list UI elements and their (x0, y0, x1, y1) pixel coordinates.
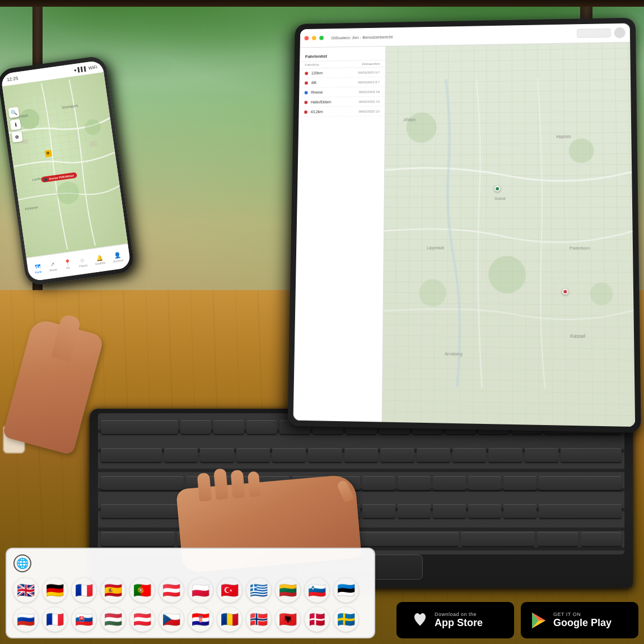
phone-nav-search[interactable]: 🔍 (8, 107, 19, 118)
key-enter (561, 448, 622, 463)
key-r (272, 448, 306, 463)
flag-spain: 🇪🇸 (101, 578, 125, 603)
svg-text:Ahlen: Ahlen (403, 117, 416, 123)
google-play-text: GET IT ON Google Play (553, 612, 612, 629)
svg-text:Kickener: Kickener (25, 206, 38, 211)
svg-rect-20 (89, 141, 97, 147)
phone-tab-route[interactable]: ↗ Route (48, 261, 57, 272)
app-store-sub: Download on the (435, 612, 483, 617)
svg-point-1 (569, 138, 594, 163)
key-h (362, 476, 395, 491)
key-arrow-l (537, 532, 578, 547)
key-k (433, 476, 466, 491)
key-row-2 (101, 442, 622, 468)
tablet-sidebar-rows: 120km 09/03/2023 9:7 4tft 09/03/2023 8:7… (298, 67, 385, 117)
key-escape (101, 420, 178, 435)
flag-slovenia: 🇸🇮 (305, 578, 329, 603)
key-3 (246, 420, 277, 435)
main-container: GlSusiecc Jon - Benutzerbericht Fahrtenl… (0, 0, 644, 644)
app-store-main: App Store (435, 617, 483, 629)
key-tab (101, 448, 162, 463)
google-play-sub: GET IT ON (553, 612, 612, 617)
phone-tab-karte[interactable]: 🗺 Karte (34, 263, 42, 274)
tablet-app: GlSusiecc Jon - Benutzerbericht Fahrtenl… (293, 23, 636, 427)
flag-france: 🇫🇷 (72, 578, 96, 603)
phone-tab-ort[interactable]: 📍 Ort (63, 259, 71, 269)
key-y (344, 448, 378, 463)
tablet-sidebar-row[interactable]: 43,2km 09/02/2023 13 (298, 106, 385, 117)
key-semicolon (503, 476, 536, 491)
key-o (452, 448, 486, 463)
globe-icon: 🌐 (13, 554, 31, 572)
flag-austria: 🇦🇹 (159, 578, 184, 603)
flag-france2: 🇫🇷 (43, 607, 67, 632)
flag-albania: 🇦🇱 (276, 607, 300, 632)
key-option-r (461, 532, 535, 547)
google-play-main: Google Play (553, 617, 612, 629)
flags-row-2: 🇷🇺🇫🇷🇸🇰🇭🇺🇦🇹🇨🇿🇭🇷🇷🇴🇳🇴🇦🇱🇩🇰🇸🇪 (13, 607, 367, 632)
header-dot-minimize[interactable] (312, 36, 316, 40)
phone-tab-places[interactable]: ☆ Places (78, 256, 87, 268)
phone-nav-layer[interactable]: ⊕ (12, 131, 23, 142)
key-w (200, 448, 234, 463)
svg-point-3 (419, 279, 446, 306)
tablet-map: Ahlen Hamm Soest Lippstadt Paderborn Kas… (382, 43, 636, 427)
flags-header: 🌐 (13, 554, 367, 572)
flag-lithuania: 🇱🇹 (276, 578, 300, 603)
flag-uk: 🇬🇧 (13, 578, 38, 603)
key-u (380, 448, 414, 463)
svg-point-13 (84, 118, 102, 136)
tablet-header-search[interactable] (577, 29, 610, 38)
tablet-sidebar-row[interactable]: Hallo/Eidam 09/02/2023 13 (299, 97, 385, 108)
key-i (417, 448, 450, 463)
tablet-sidebar-row[interactable]: Rheine 09/02/2023 18 (299, 87, 385, 97)
app-store-button[interactable]: Download on the App Store (396, 602, 514, 638)
flag-denmark: 🇩🇰 (305, 607, 329, 632)
finger-2 (213, 468, 228, 500)
svg-point-14 (55, 180, 81, 206)
key-j (398, 476, 431, 491)
phone-tab-account[interactable]: 👤 Account (112, 251, 123, 263)
phone-nav-info[interactable]: ℹ (10, 119, 21, 130)
tablet-device: GlSusiecc Jon - Benutzerbericht Fahrtenl… (288, 18, 641, 433)
flag-czech: 🇨🇿 (159, 607, 184, 632)
tablet-sidebar-row[interactable]: 4tft 09/03/2023 8:7 (299, 77, 385, 88)
finger-4 (248, 471, 261, 497)
header-dot-maximize[interactable] (319, 36, 324, 40)
phone-tab-eindhbn[interactable]: 🔔 Eindhbn (94, 254, 106, 265)
key-slash (503, 504, 536, 519)
flag-greece: 🇬🇷 (246, 578, 271, 603)
header-dot-close[interactable] (305, 36, 309, 40)
google-play-button[interactable]: GET IT ON Google Play (521, 602, 638, 638)
phone-time: 12:25 (7, 76, 18, 82)
svg-point-2 (488, 256, 526, 293)
flag-croatia: 🇭🇷 (188, 607, 213, 632)
flags-section: 🌐 🇬🇧🇩🇪🇫🇷🇪🇸🇵🇹🇦🇹🇵🇱🇹🇷🇬🇷🇱🇹🇸🇮🇪🇪 🇷🇺🇫🇷🇸🇰🇭🇺🇦🇹🇨🇿🇭… (6, 548, 375, 638)
tablet-user-avatar (614, 27, 626, 38)
tablet-body: Fahrtenlist Fahrt/Kno Zeitraum/km 120km … (293, 43, 636, 427)
map-pin-red (562, 288, 568, 294)
app-store-text: Download on the App Store (435, 612, 483, 629)
svg-text:Lippstadt: Lippstadt (427, 245, 445, 250)
flag-romania: 🇷🇴 (217, 607, 242, 632)
key-n (362, 504, 395, 519)
key-m (398, 504, 431, 519)
key-bracket (525, 448, 558, 463)
key-ctrl (101, 532, 175, 547)
svg-text:Hamm: Hamm (556, 134, 571, 139)
svg-text:Strandpark: Strandpark (62, 104, 79, 109)
phone-map-roads-svg: Innenstadt Strandpark Lauferbere Kickene… (2, 72, 128, 258)
svg-point-4 (590, 282, 613, 305)
flag-norway: 🇳🇴 (246, 607, 271, 632)
key-enter2 (539, 476, 622, 491)
key-shift-l (101, 504, 184, 519)
finger-1 (197, 473, 212, 502)
flag-turkey: 🇹🇷 (217, 578, 242, 603)
key-l (468, 476, 501, 491)
key-t (308, 448, 342, 463)
flags-row-1: 🇬🇧🇩🇪🇫🇷🇪🇸🇵🇹🇦🇹🇵🇱🇹🇷🇬🇷🇱🇹🇸🇮🇪🇪 (13, 578, 367, 603)
flag-austria2: 🇦🇹 (130, 607, 155, 632)
tablet-sidebar-row[interactable]: 120km 09/03/2023 9:7 (300, 67, 385, 78)
phone-poi-marker: ⊕ (44, 150, 52, 157)
key-row-3 (101, 470, 622, 496)
